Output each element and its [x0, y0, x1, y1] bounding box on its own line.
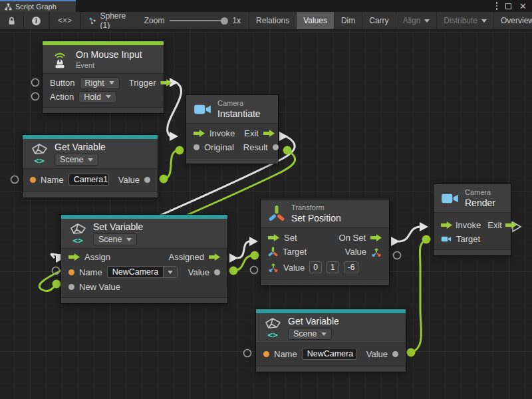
node-footer [43, 107, 164, 113]
wire-trigger-to-invoke[interactable] [168, 82, 182, 136]
info-icon: i [32, 17, 41, 25]
code-icon: <×> [58, 16, 72, 25]
invoke-exec-port[interactable] [194, 130, 205, 137]
zoom-slider[interactable] [170, 20, 227, 21]
tab-title: Script Graph [15, 3, 57, 11]
carry-button[interactable]: Carry [362, 12, 396, 29]
variable-name-field[interactable]: NewCamera [107, 266, 178, 278]
name-port-label: Name [41, 175, 64, 185]
scope-dropdown[interactable]: Scene [288, 328, 332, 340]
align-button[interactable]: Align [396, 12, 438, 29]
exit-exec-port[interactable] [263, 130, 275, 137]
wire-assigned-to-set[interactable] [237, 241, 250, 258]
graph-canvas[interactable]: On Mouse Input Event Button Right Trigge… [0, 30, 532, 399]
camera-icon [441, 192, 459, 205]
name-value-port[interactable] [68, 269, 74, 275]
xyz-axes-icon[interactable] [268, 262, 279, 273]
invoke-exec-port[interactable] [441, 221, 452, 229]
name-value-port[interactable] [30, 177, 36, 183]
result-value-port[interactable] [273, 144, 279, 150]
values-button[interactable]: Values [297, 12, 334, 29]
node-category: Camera [217, 99, 261, 107]
node-footer [256, 366, 406, 372]
value-in-port-label: Value [283, 263, 305, 273]
caret-down-icon [168, 271, 173, 274]
variable-name-field[interactable]: NewCamera [302, 348, 357, 360]
node-camera-render[interactable]: Camera Render Invoke Exit Tar [434, 184, 511, 255]
name-value-port[interactable] [263, 351, 269, 357]
graph-breadcrumb[interactable]: Sphere (1) [81, 12, 136, 29]
node-get-variable-camera1[interactable]: <> Get Variable Scene Name Camera1 [23, 135, 158, 198]
transform-icon [268, 205, 285, 222]
vector-z-input[interactable]: -6 [344, 261, 359, 273]
node-set-variable[interactable]: <> Set Variable Scene Assign Assigned [61, 215, 227, 303]
set-exec-port[interactable] [268, 234, 279, 241]
wire-camera1-to-original[interactable] [164, 150, 178, 179]
invoke-port-label: Invoke [209, 128, 235, 138]
invoke-port-label: Invoke [456, 220, 481, 230]
camera-mini-icon[interactable] [441, 235, 452, 243]
tab-script-graph[interactable]: Script Graph [0, 0, 76, 12]
graph-toolbar: i <×> Sphere (1) Zoom 1x Relations Value… [0, 12, 532, 30]
caret-down-icon [88, 158, 93, 162]
value-port-label: Value [118, 175, 140, 185]
window-controls: ✕ [496, 0, 532, 12]
value-port[interactable] [144, 177, 150, 183]
lock-button[interactable] [0, 12, 24, 29]
dim-button[interactable]: Dim [334, 12, 362, 29]
maximize-icon[interactable] [505, 3, 511, 9]
kebab-menu-icon[interactable] [496, 2, 498, 10]
vector-x-input[interactable]: 0 [309, 261, 322, 273]
node-camera-instantiate[interactable]: Camera Instantiate Invoke Exit Original … [186, 95, 278, 164]
node-transform-set-position[interactable]: Transform Set Position Set On Set [261, 200, 389, 285]
node-title: On Mouse Input [76, 49, 142, 60]
close-icon[interactable]: ✕ [519, 3, 527, 9]
node-category: Transform [291, 203, 341, 211]
button-dropdown[interactable]: Right [80, 77, 120, 89]
relations-button[interactable]: Relations [249, 12, 297, 29]
variable-name-field[interactable]: Camera1 [68, 174, 109, 186]
zoom-slider-thumb[interactable] [221, 17, 228, 25]
tab-bar: Script Graph ✕ [0, 0, 532, 12]
info-button[interactable]: i [24, 12, 49, 29]
assign-exec-port[interactable] [68, 253, 80, 261]
xyz-axes-icon[interactable] [371, 247, 382, 257]
action-dropdown[interactable]: Hold [78, 91, 116, 103]
value-port-label: Value [366, 349, 388, 359]
wire-onset-to-invoke[interactable] [398, 227, 421, 241]
trigger-exec-port[interactable] [160, 79, 172, 86]
node-footer [23, 192, 158, 198]
lock-icon [8, 17, 15, 25]
field-dropdown-button[interactable] [163, 267, 177, 277]
scope-dropdown[interactable]: Scene [55, 154, 98, 166]
scope-dropdown[interactable]: Scene [93, 233, 137, 245]
exit-port-label: Exit [244, 128, 259, 138]
wire-newcamera-to-target[interactable] [411, 239, 426, 352]
node-title: Set Variable [93, 221, 143, 232]
result-port-label: Result [243, 142, 268, 152]
action-port-label: Action [50, 92, 74, 102]
on-set-exec-port[interactable] [370, 234, 382, 241]
node-title: Get Variable [55, 142, 106, 152]
value-port[interactable] [392, 351, 398, 357]
original-value-port[interactable] [194, 144, 200, 150]
vector-y-input[interactable]: 1 [327, 261, 339, 273]
trigger-port-label: Trigger [129, 78, 156, 88]
exit-port-label: Exit [487, 220, 502, 230]
new-value-port[interactable] [68, 284, 74, 290]
code-view-button[interactable]: <×> [50, 12, 80, 29]
node-on-mouse-input[interactable]: On Mouse Input Event Button Right Trigge… [43, 41, 164, 113]
node-footer [261, 279, 389, 285]
caret-down-icon [126, 238, 132, 241]
node-category: Camera [465, 188, 495, 196]
assigned-exec-port[interactable] [209, 253, 220, 261]
exit-exec-port[interactable] [505, 221, 517, 229]
variable-icon: <> [30, 143, 49, 165]
target-port-label: Target [283, 247, 307, 257]
wire-value-to-target[interactable] [233, 255, 254, 271]
node-get-variable-newcamera[interactable]: <> Get Variable Scene Name NewCamera [256, 309, 406, 372]
overview-button[interactable]: Overview [494, 12, 532, 29]
value-port[interactable] [214, 269, 220, 275]
variable-icon: <> [263, 317, 282, 339]
distribute-button[interactable]: Distribute [437, 12, 494, 29]
